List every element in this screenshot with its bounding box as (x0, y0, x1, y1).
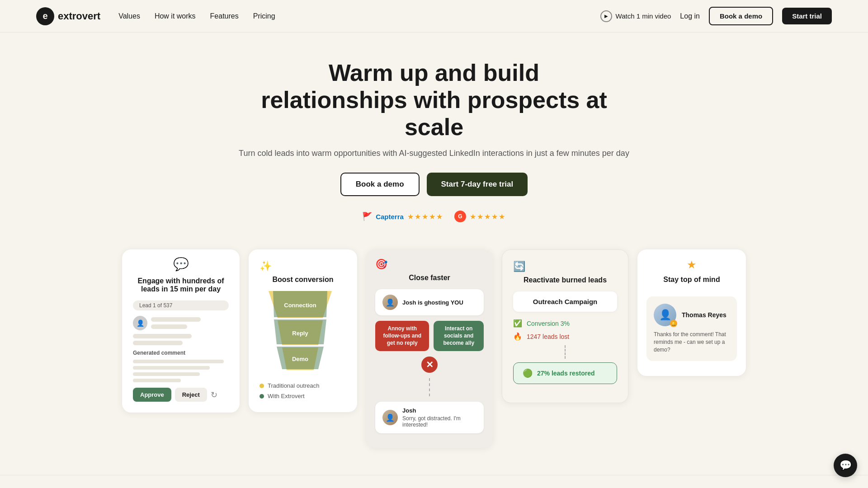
nav-start-trial-button[interactable]: Start trial (782, 8, 832, 24)
hero-subtext: Turn cold leads into warm opportunities … (18, 149, 850, 158)
josh-name: Josh (402, 407, 476, 414)
svg-text:Demo: Demo (292, 356, 308, 362)
close-faster-icon: 🎯 (375, 258, 387, 270)
card-engage: 💬 Engage with hundreds of leads in 15 mi… (122, 249, 240, 413)
comment-line3 (133, 372, 200, 376)
nav-link-features[interactable]: Features (210, 12, 239, 20)
close-title: Close faster (375, 274, 484, 282)
conversion-row: ✅ Conversion 3% (513, 319, 617, 328)
approve-button[interactable]: Approve (133, 388, 171, 402)
hero-section: Warm up and build relationships with pro… (0, 33, 868, 249)
person-card: 👤 🔔 Thomas Reyes Thanks for the comment!… (646, 296, 737, 361)
conversion-label: Conversion 3% (527, 320, 570, 327)
ratings-row: 🚩 Capterra ★★★★★ G ★★★★★ (18, 211, 850, 222)
capterra-label: Capterra (376, 213, 404, 221)
josh-avatar-top: 👤 (382, 295, 398, 310)
nav-link-how[interactable]: How it works (155, 12, 196, 20)
hero-buttons: Book a demo Start 7-day free trial (18, 173, 850, 196)
skeleton-line1 (133, 334, 192, 338)
card-actions: Approve Reject ↻ (133, 388, 229, 402)
bad-choice-button[interactable]: Annoy with follow-ups and get no reply (375, 321, 429, 351)
ghosting-bubble: 👤 Josh is ghosting YOU (375, 289, 484, 315)
good-choice-button[interactable]: Interact on socials and become ally (434, 321, 484, 351)
card-reactivate: 🔄 Reactivate burned leads Outreach Campa… (502, 249, 628, 403)
lead-row: 👤 (133, 316, 229, 330)
notification-badge: 🔔 (670, 320, 677, 327)
watch-video-label: Watch 1 min video (616, 12, 671, 20)
nav-book-demo-button[interactable]: Book a demo (709, 7, 773, 25)
josh-avatar-reply: 👤 (382, 410, 398, 425)
connector-line (513, 345, 617, 359)
connector-dashed (429, 378, 430, 396)
nav-links: Values How it works Features Pricing (118, 12, 275, 20)
lead-badge: Lead 1 of 537 (133, 300, 229, 310)
comment-line2 (133, 366, 210, 370)
engage-icon: 💬 (173, 257, 189, 272)
legend-traditional: Traditional outreach (259, 382, 346, 389)
outreach-box: Outreach Campaign (513, 291, 617, 312)
conversion-icon: ✅ (513, 319, 522, 328)
choice-buttons: Annoy with follow-ups and get no reply I… (375, 321, 484, 351)
g2-logo: G (454, 211, 466, 222)
skeleton-title (151, 324, 187, 329)
comment-lines (133, 360, 229, 382)
leads-lost-icon: 🔥 (513, 332, 522, 341)
capterra-rating: 🚩 Capterra ★★★★★ (362, 211, 443, 221)
card-stay-top: ★ Stay top of mind 👤 🔔 Thomas Reyes Than… (637, 249, 746, 376)
lead-avatar: 👤 (133, 316, 147, 330)
josh-reply-content: Josh Sorry, got distracted. I'm interest… (402, 407, 476, 428)
leads-lost-row: 🔥 1247 leads lost (513, 332, 617, 341)
refresh-button[interactable]: ↻ (211, 390, 217, 400)
card-boost: ✨ Boost conversion Connection Reply Demo… (249, 249, 357, 412)
dot-traditional (259, 384, 264, 388)
cards-section: 💬 Engage with hundreds of leads in 15 mi… (0, 249, 868, 466)
chat-widget-icon: 💬 (840, 460, 852, 471)
navigation: e extrovert Values How it works Features… (0, 0, 868, 33)
logo-text: extrovert (58, 10, 100, 22)
outreach-label: Outreach Campaign (533, 298, 598, 305)
stay-title: Stay top of mind (663, 276, 720, 284)
logo-icon: e (36, 7, 54, 25)
stats-section: Up to 4x Connection acceptance rate Up t… (0, 475, 868, 488)
restored-label: 27% leads restored (537, 370, 595, 377)
person-quote: Thanks for the comment! That reminds me … (654, 331, 730, 353)
skeleton-name (151, 317, 201, 322)
restored-badge: 🟢 27% leads restored (513, 362, 617, 384)
boost-icon: ✨ (259, 260, 272, 272)
funnel-chart: Connection Reply Demo (259, 291, 341, 377)
svg-text:Connection: Connection (284, 302, 316, 309)
legend-extrovert: With Extrovert (259, 393, 346, 399)
person-row: 👤 🔔 Thomas Reyes (654, 304, 730, 326)
skeleton-line2 (133, 341, 183, 345)
josh-reply-text: Sorry, got distracted. I'm interested! (402, 415, 476, 428)
ghosting-text: Josh is ghosting YOU (402, 299, 463, 306)
leads-lost-label: 1247 leads lost (527, 333, 569, 340)
vertical-dashed (565, 345, 566, 359)
funnel-legend: Traditional outreach With Extrovert (259, 382, 346, 399)
comment-line1 (133, 360, 224, 363)
reactivate-title: Reactivate burned leads (513, 276, 617, 284)
logo[interactable]: e extrovert (36, 7, 100, 25)
boost-title: Boost conversion (259, 276, 346, 284)
hero-headline: Warm up and build relationships with pro… (253, 60, 615, 141)
g2-rating: G ★★★★★ (454, 211, 506, 222)
nav-link-values[interactable]: Values (118, 12, 140, 20)
play-icon: ▶ (600, 10, 612, 22)
engage-title: Engage with hundreds of leads in 15 min … (133, 277, 229, 293)
watch-video-link[interactable]: ▶ Watch 1 min video (600, 10, 671, 22)
hero-start-trial-button[interactable]: Start 7-day free trial (427, 173, 528, 196)
login-button[interactable]: Log in (680, 12, 700, 20)
chat-widget[interactable]: 💬 (834, 454, 857, 477)
reactivate-icon: 🔄 (513, 261, 525, 272)
x-indicator: ✕ (421, 357, 438, 373)
comment-line4 (133, 379, 181, 382)
person-name: Thomas Reyes (682, 311, 726, 319)
nav-link-pricing[interactable]: Pricing (253, 12, 275, 20)
person-avatar: 👤 🔔 (654, 304, 676, 326)
nav-right: ▶ Watch 1 min video Log in Book a demo S… (600, 7, 832, 25)
capterra-stars: ★★★★★ (407, 212, 443, 221)
nav-left: e extrovert Values How it works Features… (36, 7, 275, 25)
hero-book-demo-button[interactable]: Book a demo (340, 173, 420, 196)
restored-icon: 🟢 (523, 368, 533, 378)
reject-button[interactable]: Reject (175, 388, 207, 402)
